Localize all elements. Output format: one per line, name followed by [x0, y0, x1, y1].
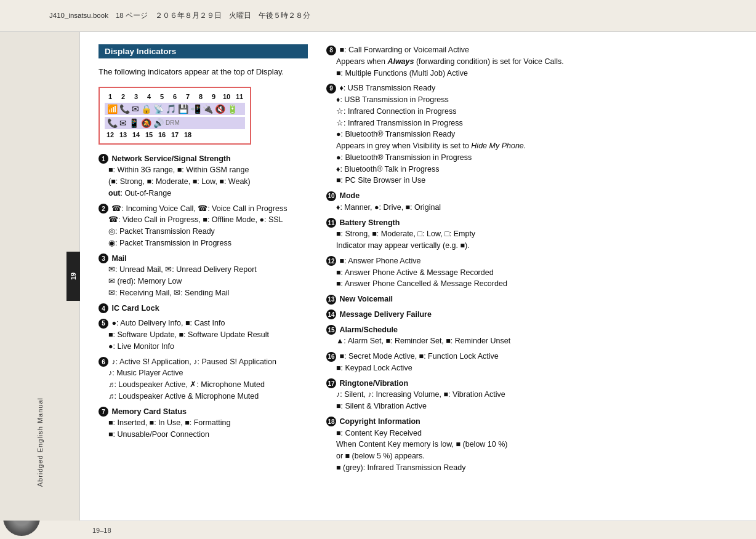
content-columns: Display Indicators The following indicat…	[99, 44, 738, 508]
intro-text: The following indicators appear at the t…	[99, 66, 308, 78]
entry-11: 11 Battery Strength ■: Strong, ■: Modera…	[326, 217, 738, 252]
indicator-numbers-top: 1 2 3 4 5 6 7 8 9 10 11	[105, 93, 245, 100]
entry-14: 14 Message Delivery Failure	[326, 309, 738, 321]
sidebar-label: Abridged English Manual	[36, 397, 44, 487]
answer-phone-active-message: ■: Answer Phone Active & Message Recorde…	[336, 268, 494, 277]
entry-15: 15 Alarm/Schedule ▲: Alarm Set, ■: Remin…	[326, 324, 738, 348]
entry-17: 17 Ringtone/Vibration ♪: Silent, ♪: Incr…	[326, 378, 738, 412]
entry-3: 3 Mail ✉: Unread Mail, ✉: Unread Deliver…	[99, 253, 308, 299]
entry-18: 18 Copyright Information ■: Content Key …	[326, 416, 738, 474]
entry-7: 7 Memory Card Status ■: Inserted, ■: In …	[99, 406, 308, 441]
entry-16: 16 ■: Secret Mode Active, ■: Function Lo…	[326, 351, 738, 374]
entry-5: 5 ●: Auto Delivery Info, ■: Cast Info ■:…	[99, 317, 308, 352]
page-number: 19–18	[92, 527, 111, 534]
entry-2: 2 ☎: Incoming Voice Call, ☎: Voice Call …	[99, 203, 308, 249]
entry-9: 9 ♦: USB Transmission Ready ♦: USB Trans…	[326, 82, 738, 186]
header-text: J410_insatsu.book 18 ページ ２０６年８月２９日 火曜日 午…	[49, 11, 310, 20]
entry-13: 13 New Voicemail	[326, 293, 738, 305]
right-column: 8 ■: Call Forwarding or Voicemail Active…	[326, 44, 738, 508]
entry-6: 6 ♪: Active S! Application, ♪: Paused S!…	[99, 356, 308, 402]
footer: 19–18	[80, 521, 756, 539]
entry-4: 4 IC Card Lock	[99, 303, 308, 314]
entry-10: 10 Mode ♦: Manner, ●: Drive, ■: Original	[326, 190, 738, 214]
main-content: Display Indicators The following indicat…	[80, 32, 756, 521]
entry-1: 1 Network Service/Signal Strength ■: Wit…	[99, 153, 308, 199]
indicator-diagram: 1 2 3 4 5 6 7 8 9 10 11 📶 📞 ✉ 🔒	[99, 87, 251, 145]
entry-8: 8 ■: Call Forwarding or Voicemail Active…	[326, 44, 738, 79]
header-bar: J410_insatsu.book 18 ページ ２０６年８月２９日 火曜日 午…	[0, 0, 756, 32]
indicator-icons-row1: 📶 📞 ✉ 🔒 📡 🎵 💾 📲 🔌 🔇 🔋	[105, 103, 245, 115]
indicator-numbers-bottom: 12 13 14 15 16 17 18	[105, 131, 245, 138]
sidebar: 19 Abridged English Manual	[0, 32, 80, 521]
indicator-icons-row2: 📞 ✉ 📱 🔕 🔊 DRM	[105, 117, 245, 129]
sidebar-tab: 19	[66, 252, 80, 301]
entry-12: 12 ■: Answer Phone Active ■: Answer Phon…	[326, 255, 738, 290]
left-column: Display Indicators The following indicat…	[99, 44, 308, 508]
section-title: Display Indicators	[99, 44, 308, 58]
